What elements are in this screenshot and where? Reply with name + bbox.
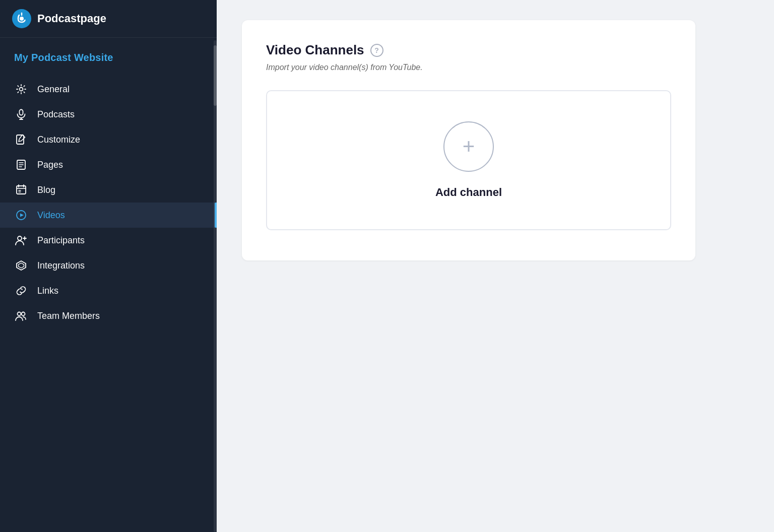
plus-icon: + <box>463 136 475 157</box>
sidebar-item-team-members-label: Team Members <box>37 311 100 321</box>
sidebar-item-videos[interactable]: Videos <box>0 203 217 228</box>
svg-point-2 <box>20 88 23 91</box>
svg-point-19 <box>18 236 22 240</box>
sidebar-item-videos-label: Videos <box>37 210 65 221</box>
links-icon <box>14 285 28 296</box>
sidebar-item-participants-label: Participants <box>37 235 85 246</box>
svg-marker-18 <box>20 214 24 217</box>
add-channel-button[interactable]: + Add channel <box>266 90 671 230</box>
sidebar-nav: General Podcasts Customize <box>0 73 217 532</box>
sidebar-item-podcasts-label: Podcasts <box>37 109 75 120</box>
blog-icon <box>14 184 28 195</box>
sidebar-item-pages[interactable]: Pages <box>0 152 217 177</box>
site-name: My Podcast Website <box>0 38 217 73</box>
card-title-row: Video Channels ? <box>266 42 671 58</box>
sidebar-item-links-label: Links <box>37 286 58 296</box>
podcastpage-logo-icon <box>12 9 31 28</box>
svg-rect-3 <box>20 110 23 115</box>
sidebar-item-links[interactable]: Links <box>0 278 217 303</box>
sidebar-item-podcasts[interactable]: Podcasts <box>0 102 217 127</box>
sidebar-header: Podcastpage <box>0 0 217 38</box>
app-name: Podcastpage <box>37 12 106 25</box>
gear-icon <box>14 84 28 95</box>
sidebar-item-team-members[interactable]: Team Members <box>0 303 217 328</box>
svg-marker-23 <box>19 263 24 268</box>
add-circle-icon: + <box>443 121 494 172</box>
team-members-icon <box>14 310 28 321</box>
sidebar-item-participants[interactable]: Participants <box>0 228 217 253</box>
svg-point-25 <box>22 312 25 316</box>
videos-icon <box>14 210 28 221</box>
sidebar-item-blog[interactable]: Blog <box>0 177 217 203</box>
svg-rect-11 <box>17 186 26 194</box>
svg-point-1 <box>20 17 24 21</box>
video-channels-card: Video Channels ? Import your video chann… <box>242 20 695 260</box>
svg-point-24 <box>18 312 21 316</box>
sidebar-item-integrations[interactable]: Integrations <box>0 253 217 278</box>
sidebar-item-general-label: General <box>37 84 70 95</box>
card-subtitle: Import your video channel(s) from YouTub… <box>266 63 671 72</box>
sidebar-item-general[interactable]: General <box>0 77 217 102</box>
add-channel-label: Add channel <box>435 186 502 199</box>
svg-marker-22 <box>17 261 26 270</box>
sidebar-item-integrations-label: Integrations <box>37 260 85 271</box>
sidebar: Podcastpage My Podcast Website General <box>0 0 217 532</box>
sidebar-item-pages-label: Pages <box>37 160 63 170</box>
help-icon[interactable]: ? <box>370 44 383 57</box>
main-content: Video Channels ? Import your video chann… <box>217 0 774 532</box>
card-title: Video Channels <box>266 42 364 58</box>
microphone-icon <box>14 109 28 120</box>
pages-icon <box>14 159 28 170</box>
participants-icon <box>14 235 28 246</box>
sidebar-item-blog-label: Blog <box>37 185 55 195</box>
sidebar-item-customize[interactable]: Customize <box>0 127 217 152</box>
sidebar-item-customize-label: Customize <box>37 135 80 145</box>
customize-icon <box>14 134 28 145</box>
sidebar-scrollbar[interactable] <box>214 40 217 532</box>
integrations-icon <box>14 260 28 271</box>
